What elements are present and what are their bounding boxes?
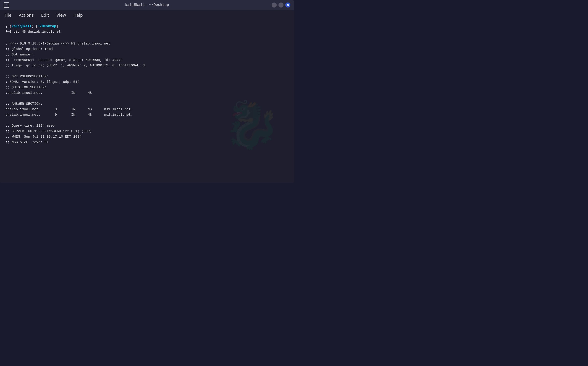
prompt-command: dig NS dnslab.imool.net [14,29,61,35]
output-line-14: ;; SERVER: 60.122.0.1#53(60.122.0.1) (UD… [6,129,289,134]
output-line-1: ; <<>> DiG 9.18.8-1-Debian <<>> NS dnsla… [6,41,289,46]
menu-help[interactable]: Help [72,12,84,18]
prompt-at: ㉿ [20,24,23,29]
terminal-window: kali@kali: ~/Desktop ✕ File Actions Edit… [0,0,294,183]
menu-bar: File Actions Edit View Help [0,10,294,20]
output-line-10: ;; ANSWER SECTION: [6,101,289,107]
output-line-16: ;; MSG SIZE rcvd: 81 [6,140,289,145]
output-line-11: dnslab.imool.net. 9 IN NS ns1.imool.net. [6,107,289,112]
output-line-7: ; EDNS: version: 0, flags:; udp: 512 [6,79,289,85]
prompt-dir: ~/Desktop [38,24,56,29]
prompt-corner: ┌─ [6,24,10,29]
output-line-12: dnslab.imool.net. 9 IN NS ns2.imool.net. [6,112,289,118]
output-blank-4 [6,118,289,123]
output-line-4: ;; ->>HEADER<<- opcode: QUERY, status: N… [6,58,289,63]
prompt-paren-close: )-[ [31,24,38,29]
prompt-line1: ┌─ ( kali ㉿ kali )-[ ~/Desktop ] [6,24,289,29]
output-line-13: ;; Query time: 1124 msec [6,123,289,129]
output-blank-3 [6,96,289,101]
maximize-button[interactable] [278,2,283,8]
output-line-5: ;; flags: qr rd ra; QUERY: 1, ANSWER: 2,… [6,63,289,69]
output-blank-2 [6,69,289,74]
prompt-paren-open: ( [10,24,12,29]
menu-edit[interactable]: Edit [40,12,50,18]
prompt-corner2: └─ [6,29,10,35]
title-bar: kali@kali: ~/Desktop ✕ [0,0,294,10]
output-area: ; <<>> DiG 9.18.8-1-Debian <<>> NS dnsla… [6,36,289,145]
output-line-6: ;; OPT PSEUDOSECTION: [6,74,289,79]
terminal-content[interactable]: 🐉 ┌─ ( kali ㉿ kali )-[ ~/Desktop ] └─ $ … [0,20,294,183]
prompt-host: kali [23,24,31,29]
output-blank-1 [6,36,289,41]
output-line-9: ;dnslab.imool.net. IN NS [6,90,289,96]
prompt-dollar: $ [10,29,12,35]
window-title: kali@kali: ~/Desktop [125,3,169,7]
prompt-line2: └─ $ dig NS dnslab.imool.net [6,29,289,35]
menu-actions[interactable]: Actions [18,12,35,18]
output-line-3: ;; Got answer: [6,52,289,58]
output-line-2: ;; global options: +cmd [6,46,289,52]
output-line-15: ;; WHEN: Sun Jul 21 08:17:10 EDT 2024 [6,134,289,140]
menu-view[interactable]: View [55,12,67,18]
prompt-bracket-close: ] [56,24,58,29]
output-line-8: ;; QUESTION SECTION: [6,85,289,90]
prompt-container: ┌─ ( kali ㉿ kali )-[ ~/Desktop ] └─ $ di… [6,24,289,35]
terminal-icon [4,2,9,8]
title-bar-buttons: ✕ [272,2,290,8]
title-bar-left [4,2,9,8]
close-icon: ✕ [286,3,289,7]
minimize-button[interactable] [272,2,277,8]
prompt-user: kali [12,24,20,29]
close-button[interactable]: ✕ [285,2,290,8]
menu-file[interactable]: File [4,12,12,18]
